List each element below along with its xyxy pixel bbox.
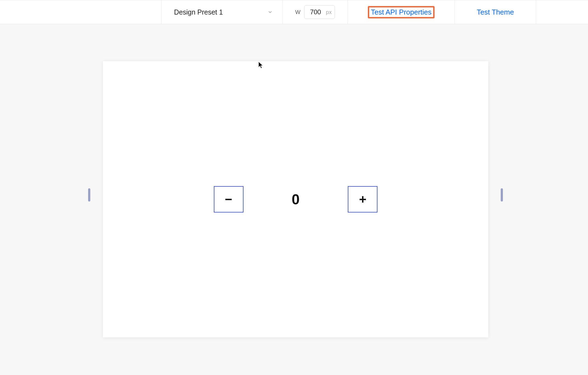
preview-card: − 0 + xyxy=(103,61,488,337)
test-theme-link[interactable]: Test Theme xyxy=(455,0,536,24)
counter-value: 0 xyxy=(292,191,300,208)
toolbar: Design Preset 1 W px Test API Properties… xyxy=(0,0,588,24)
width-control: W px xyxy=(283,0,348,24)
design-preset-dropdown[interactable]: Design Preset 1 xyxy=(161,0,283,24)
counter-widget: − 0 + xyxy=(214,186,378,212)
resize-handle-right[interactable] xyxy=(501,188,503,202)
resize-handle-left[interactable] xyxy=(88,188,90,202)
minus-icon: − xyxy=(225,192,232,207)
width-label: W xyxy=(295,9,301,15)
increment-button[interactable]: + xyxy=(348,186,377,212)
api-link-label: Test API Properties xyxy=(371,8,432,16)
width-input[interactable] xyxy=(304,5,335,19)
test-api-properties-link[interactable]: Test API Properties xyxy=(348,0,455,24)
plus-icon: + xyxy=(359,192,366,207)
toolbar-spacer xyxy=(536,0,588,24)
theme-link-label: Test Theme xyxy=(477,8,514,16)
chevron-down-icon xyxy=(268,10,273,15)
toolbar-spacer xyxy=(0,0,161,24)
design-preset-label: Design Preset 1 xyxy=(174,8,223,16)
canvas-area: − 0 + xyxy=(0,24,588,375)
decrement-button[interactable]: − xyxy=(214,186,243,212)
